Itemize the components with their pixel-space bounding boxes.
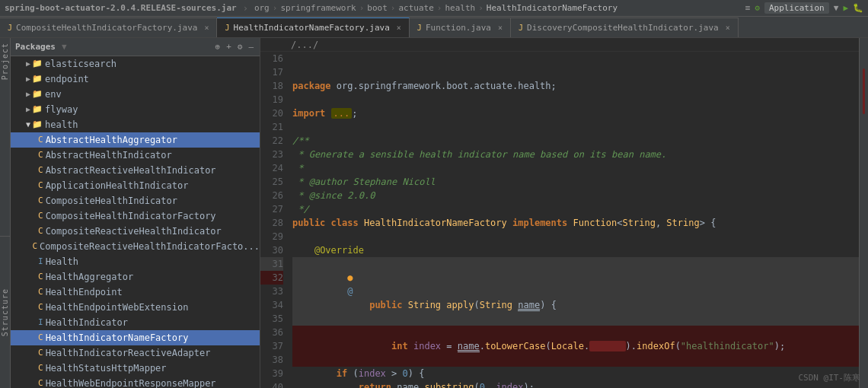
line-32: int index = name.toLowerCase(Locale. ).i… [292,326,859,367]
tree-item-env[interactable]: ▶ 📁 env [11,87,260,102]
line-17 [292,65,859,79]
class-icon-hshm: C [38,361,43,375]
line-30: @Override [292,243,859,257]
line-24: * [292,161,859,175]
class-icon-ahi: C [38,148,43,162]
tree-item-abstracthealthaggregator[interactable]: C AbstractHealthAggregator [11,132,260,148]
tree-item-compositereactivehealthindicatorfact[interactable]: C CompositeReactiveHealthIndicatorFacto.… [11,239,260,254]
line-19 [292,93,859,107]
tree-item-healthendpointwebextension[interactable]: C HealthEndpointWebExtension [11,300,260,315]
close-tab-2[interactable]: × [397,24,401,32]
bars-icon: ≡ [745,3,751,13]
tree-item-applicationhealthindicator[interactable]: C ApplicationHealthIndicator [11,178,260,193]
arrow-elasticsearch: ▶ [26,57,30,71]
tree-item-abstractreactivehealthindicator[interactable]: C AbstractReactiveHealthIndicator [11,163,260,178]
application-button[interactable]: Application [764,2,829,14]
label-ha: HealthAggregator [46,270,134,284]
tree-item-endpoint[interactable]: ▶ 📁 endpoint [11,72,260,87]
code-content: 16 17 18 19 20 21 22 23 24 25 26 27 28 2… [260,52,859,388]
tree-item-compositereactivehealthindicator[interactable]: C CompositeReactiveHealthIndicator [11,224,260,239]
tree-btn-1[interactable]: ⊕ [214,42,222,52]
bc-health: health [445,3,475,13]
project-label: Project [1,43,9,80]
tree-item-healthstatushttpmapper[interactable]: C HealthStatusHttpMapper [11,361,260,376]
close-tab-4[interactable]: × [726,24,730,32]
breadcrumb: org › springframework › boot › actuate ›… [254,3,617,13]
arrow-endpoint: ▶ [26,72,30,86]
tree-btn-2[interactable]: + [225,42,233,52]
tab-label-4: DiscoveryCompositeHealthIndicator.java [527,23,719,33]
tab-discovery[interactable]: J DiscoveryCompositeHealthIndicator.java… [511,17,739,37]
tab-icon-1: J [8,24,12,32]
tree-item-healthindicator[interactable]: I HealthIndicator [11,315,260,330]
file-tree-panel: Packages ▼ ⊕ + ⚙ — ▶ 📁 elasticsearch ▶ 📁 [11,38,260,388]
file-tree-header: Packages ▼ ⊕ + ⚙ — [11,38,260,56]
label-chif: CompositeHealthIndicatorFactory [46,209,216,223]
tab-label-1: CompositeHealthIndicatorFactory.java [16,23,197,33]
tree-item-flyway[interactable]: ▶ 📁 flyway [11,102,260,117]
tree-btn-4[interactable]: — [247,42,255,52]
arrow-flyway: ▶ [26,103,30,116]
bc-factory: HealthIndicatorNameFactory [487,3,617,13]
label-aha: AbstractHealthAggregator [46,133,177,147]
tree-btn-3[interactable]: ⚙ [236,42,244,52]
tab-healthindicator[interactable]: J HealthIndicatorNameFactory.java × [217,17,409,37]
right-sidebar [859,38,868,388]
top-bar-right: ≡ ⚙ Application ▼ ▶ 🐛 [745,2,863,14]
line-29 [292,230,859,243]
label-hshm: HealthStatusHttpMapper [46,361,167,375]
tree-item-healthendpoint[interactable]: C HealthEndpoint [11,285,260,300]
folder-icon-endpoint: 📁 [32,72,43,86]
tree-item-abstracthealthindicator[interactable]: C AbstractHealthIndicator [11,148,260,163]
class-icon-aphi: C [38,179,43,192]
tree-item-compositehealthindicator[interactable]: C CompositeHealthIndicator [11,193,260,208]
folder-icon-flyway: 📁 [32,103,43,116]
arrow-env: ▶ [26,87,30,101]
sep1: › [243,3,248,14]
tree-item-health[interactable]: ▼ 📁 health [11,117,260,132]
tab-icon-3: J [417,24,422,32]
label-elasticsearch: elasticsearch [45,57,116,71]
folder-icon-elasticsearch: 📁 [32,57,43,71]
tab-function[interactable]: J Function.java × [410,17,511,37]
line-numbers: 16 17 18 19 20 21 22 23 24 25 26 27 28 2… [260,52,288,388]
folder-icon-env: 📁 [32,87,43,101]
class-icon-hira: C [38,346,43,360]
line-33: if (index > 0) { [292,367,859,380]
class-icon-he: C [38,285,43,299]
watermark: CSDN @IT-陈寒 [798,372,860,383]
label-crhif: CompositeReactiveHealthIndicatorFacto... [40,240,260,253]
top-bar: spring-boot-actuator-2.0.4.RELEASE-sourc… [0,0,868,17]
tree-item-healthindicatornamefactory[interactable]: C HealthIndicatorNameFactory [11,330,260,345]
close-tab-1[interactable]: × [204,24,209,32]
tree-item-healthindicatorreactiveadapter[interactable]: C HealthIndicatorReactiveAdapter [11,345,260,361]
tree-item-healthaggregator[interactable]: C HealthAggregator [11,269,260,285]
arrow-health: ▼ [26,118,30,132]
tab-label-3: Function.java [426,23,491,33]
main-layout: Project Packages ▼ ⊕ + ⚙ — ▶ 📁 elasticse… [0,38,868,388]
tree-item-elasticsearch[interactable]: ▶ 📁 elasticsearch [11,56,260,72]
class-icon-hewe: C [38,301,43,314]
tree-item-compositehealthindicatorfactory[interactable]: C CompositeHealthIndicatorFactory [11,208,260,224]
tab-composite[interactable]: J CompositeHealthIndicatorFactory.java × [0,17,217,37]
code-lines[interactable]: package org.springframework.boot.actuate… [288,52,859,388]
tree-item-healthwebendpointresponsemapper[interactable]: C HealthWebEndpointResponseMapper [11,376,260,388]
close-tab-3[interactable]: × [498,24,503,32]
line-22: /** [292,134,859,148]
interface-icon-h: I [38,255,43,269]
tab-bar: J CompositeHealthIndicatorFactory.java ×… [0,17,868,38]
label-ahi: AbstractHealthIndicator [46,148,172,162]
label-health: health [45,118,78,132]
arrow-icon: ▼ [834,3,839,13]
label-crhi: CompositeReactiveHealthIndicator [46,224,222,238]
class-icon-crhif: C [32,240,37,253]
label-endpoint: endpoint [45,72,89,86]
bc-boot: boot [367,3,388,13]
structure-panel-tab[interactable]: Structure [0,236,11,388]
app-icon: ⚙ [755,3,760,13]
structure-label: Structure [1,288,9,336]
tab-icon-2: J [225,24,229,32]
tree-item-health-class[interactable]: I Health [11,254,260,269]
class-icon-hinf: C [38,331,43,345]
class-icon-crhi: C [38,224,43,238]
